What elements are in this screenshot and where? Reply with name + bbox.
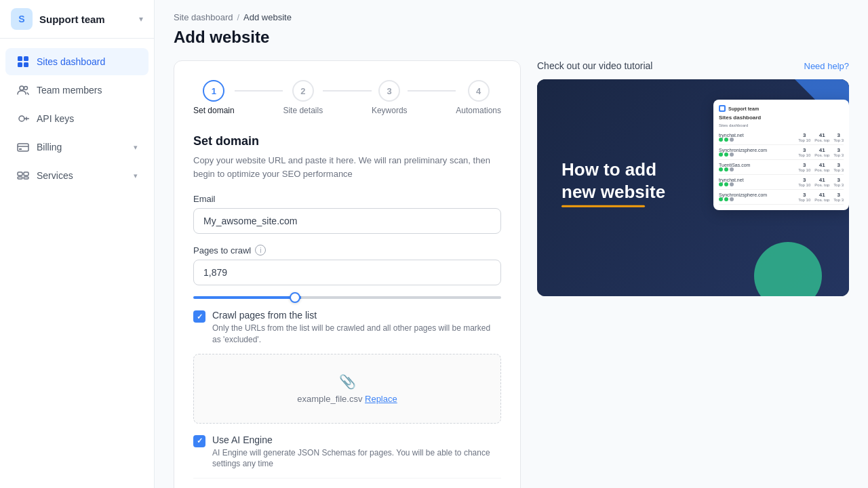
video-card[interactable]: How to add new website Support team Site… <box>537 79 849 296</box>
breadcrumb: Site dashboard / Add website <box>155 0 868 25</box>
step-3: 3 Keywords <box>372 80 408 115</box>
mock-row: trynchat.net 3Top 10 41Pos. top 3Top 3 <box>719 130 844 145</box>
key-icon <box>16 112 30 125</box>
team-header[interactable]: S Support team ▾ <box>0 0 154 39</box>
sidebar-item-api-keys[interactable]: API keys <box>5 105 149 132</box>
paperclip-icon: 📎 <box>339 373 356 390</box>
section-desc: Copy your website URL and paste it here.… <box>193 154 501 180</box>
step-line-1 <box>235 90 283 92</box>
upload-filename: example_file.csv Replace <box>297 394 397 404</box>
step-line-2 <box>323 90 372 92</box>
svg-rect-8 <box>19 148 22 150</box>
step-label-2: Site details <box>283 106 323 115</box>
main-content: Site dashboard / Add website Add website… <box>155 0 868 488</box>
services-icon <box>16 169 30 182</box>
mock-header: Sites dashboard <box>719 115 844 121</box>
video-header: Check out our video tutorial Need help? <box>537 60 849 71</box>
svg-point-4 <box>20 86 24 90</box>
sidebar-item-billing[interactable]: Billing ▾ <box>5 134 149 161</box>
crawl-desc: Only the URLs from the list will be craw… <box>212 323 501 346</box>
page-title: Add website <box>155 25 868 60</box>
checkbox-crawl-content: Crawl pages from the list Only the URLs … <box>212 310 501 346</box>
sidebar-item-sites-dashboard[interactable]: Sites dashboard <box>5 48 149 75</box>
need-help-link[interactable]: Need help? <box>804 61 850 71</box>
step-circle-3: 3 <box>378 80 400 102</box>
svg-rect-0 <box>18 56 22 61</box>
slider-container <box>193 296 501 299</box>
svg-rect-11 <box>18 177 22 179</box>
step-circle-4: 4 <box>468 80 490 102</box>
left-panel: 1 Set domain 2 Site details 3 Keywords 4… <box>174 60 521 488</box>
sidebar-item-label: Billing <box>37 142 127 152</box>
breadcrumb-parent[interactable]: Site dashboard <box>174 12 233 22</box>
svg-rect-3 <box>24 62 28 67</box>
checkmark-icon: ✓ <box>197 436 203 445</box>
grid-icon <box>16 55 30 68</box>
sidebar-item-label: API keys <box>37 113 138 124</box>
video-heading: How to add new website <box>561 159 665 207</box>
svg-rect-9 <box>18 172 22 176</box>
mock-row: TuentiSas.com 3Top 10 41Pos. top 3Top 3 <box>719 160 844 175</box>
svg-rect-12 <box>24 177 28 179</box>
step-1: 1 Set domain <box>193 80 235 115</box>
step-circle-1: 1 <box>203 80 224 102</box>
step-label-1: Set domain <box>193 106 235 115</box>
breadcrumb-separator: / <box>237 12 239 22</box>
step-line-3 <box>408 90 456 92</box>
sidebar-item-label: Sites dashboard <box>37 56 138 67</box>
crawl-label: Crawl pages from the list <box>212 310 501 321</box>
svg-rect-10 <box>24 172 28 176</box>
svg-rect-2 <box>18 62 22 67</box>
checkbox-crawl-row: ✓ Crawl pages from the list Only the URL… <box>193 310 501 346</box>
svg-rect-7 <box>18 144 28 151</box>
pages-label-row: Pages to crawl i <box>193 245 501 256</box>
team-avatar: S <box>11 8 33 30</box>
step-4: 4 Automations <box>456 80 501 115</box>
sidebar-item-services[interactable]: Services ▾ <box>5 162 149 189</box>
heading-underline <box>561 205 645 207</box>
mock-row: trynchat.net 3Top 10 41Pos. top 3Top 3 <box>719 175 844 190</box>
sidebar: S Support team ▾ Sites dashboard <box>0 0 155 488</box>
pages-input[interactable] <box>193 260 501 285</box>
mock-dashboard-screenshot: Support team Sites dashboard Sites dashb… <box>713 100 849 210</box>
stepper: 1 Set domain 2 Site details 3 Keywords 4… <box>193 80 501 115</box>
chevron-right-icon: ▾ <box>134 171 138 180</box>
users-icon <box>16 83 30 97</box>
checkbox-ai-row: ✓ Use AI Engine AI Engine will generate … <box>193 434 501 470</box>
checkbox-ai-content: Use AI Engine AI Engine will generate JS… <box>212 434 501 470</box>
content-area: 1 Set domain 2 Site details 3 Keywords 4… <box>155 60 868 488</box>
sidebar-item-label: Services <box>37 170 127 181</box>
info-icon[interactable]: i <box>255 245 266 256</box>
email-input[interactable] <box>193 208 501 234</box>
action-row: Cancel Continue <box>193 478 501 488</box>
sidebar-item-team-members[interactable]: Team members <box>5 77 149 104</box>
step-label-4: Automations <box>456 106 501 115</box>
upload-zone[interactable]: 📎 example_file.csv Replace <box>193 354 501 424</box>
video-tutorial-title: Check out our video tutorial <box>537 60 652 71</box>
svg-point-5 <box>24 87 28 90</box>
pages-label: Pages to crawl <box>193 245 251 256</box>
ai-label: Use AI Engine <box>212 434 501 445</box>
replace-link[interactable]: Replace <box>365 394 397 404</box>
pages-slider[interactable] <box>193 296 501 299</box>
section-title: Set domain <box>193 134 501 148</box>
email-label: Email <box>193 194 501 204</box>
svg-rect-1 <box>24 56 28 61</box>
mock-row: Synchronizsphere.com 3Top 10 41Pos. top … <box>719 190 844 205</box>
crawl-checkbox[interactable]: ✓ <box>193 310 205 323</box>
sidebar-item-label: Team members <box>37 85 138 96</box>
ai-desc: AI Engine will generate JSON Schemas for… <box>212 447 501 470</box>
chevron-down-icon: ▾ <box>139 14 143 24</box>
step-2: 2 Site details <box>283 80 323 115</box>
chevron-right-icon: ▾ <box>134 143 138 152</box>
ai-checkbox[interactable]: ✓ <box>193 435 205 447</box>
mock-row: Synchronizsphere.com 3Top 10 41Pos. top … <box>719 145 844 160</box>
step-label-3: Keywords <box>372 106 408 115</box>
sidebar-nav: Sites dashboard Team members <box>0 39 154 488</box>
team-name: Support team <box>39 14 132 25</box>
billing-icon <box>16 140 30 154</box>
right-panel: Check out our video tutorial Need help? … <box>537 60 849 488</box>
slider-thumb[interactable] <box>290 292 300 303</box>
checkmark-icon: ✓ <box>197 312 203 321</box>
breadcrumb-current: Add website <box>243 12 292 22</box>
